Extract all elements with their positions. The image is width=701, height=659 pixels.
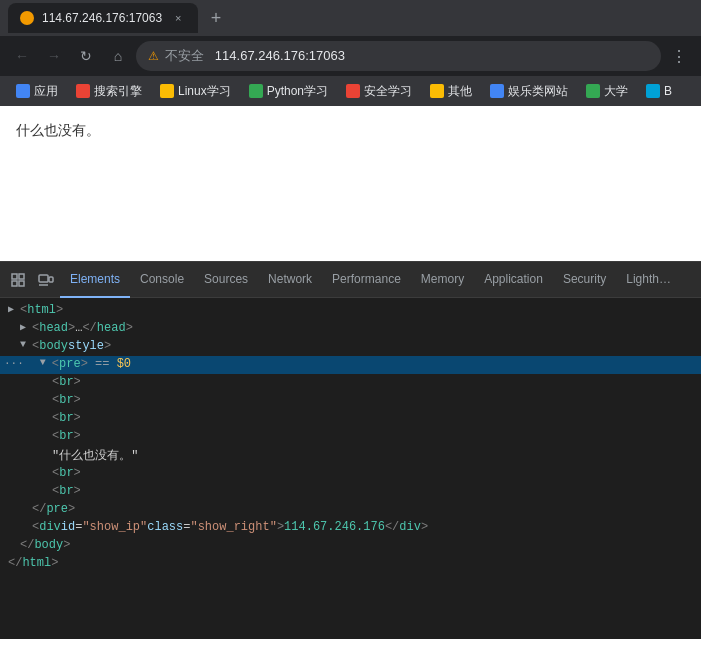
tab-close-button[interactable]: × [170,10,186,26]
forward-button[interactable]: → [40,42,68,70]
bookmark-bilibili[interactable]: B [638,79,680,103]
url-text: 不安全 114.67.246.176:17063 [165,47,345,65]
bookmark-entertainment[interactable]: 娱乐类网站 [482,79,576,103]
reload-button[interactable]: ↻ [72,42,100,70]
devtools-toolbar: Elements Console Sources Network Perform… [0,262,701,298]
browser-chrome: 114.67.246.176:17063 × + ← → ↻ ⌂ ⚠ 不安全 1… [0,0,701,106]
svg-rect-1 [19,274,24,279]
address-bar: ← → ↻ ⌂ ⚠ 不安全 114.67.246.176:17063 ⋮ [0,36,701,76]
bookmark-label-search: 搜索引擎 [94,83,142,100]
home-button[interactable]: ⌂ [104,42,132,70]
extensions-button[interactable]: ⋮ [665,42,693,70]
page-main-text: 什么也没有。 [16,122,100,140]
devtools-tab-performance[interactable]: Performance [322,262,411,298]
bookmark-label-apps: 应用 [34,83,58,100]
security-warning-icon: ⚠ [148,49,159,63]
dom-line-br6[interactable]: <br> [0,483,701,501]
bookmark-other[interactable]: 其他 [422,79,480,103]
home-icon: ⌂ [114,48,122,64]
back-button[interactable]: ← [8,42,36,70]
bookmark-icon-search [76,84,90,98]
tab-title: 114.67.246.176:17063 [42,11,162,25]
expand-icon-body: ▼ [20,339,32,350]
devtools-tab-memory[interactable]: Memory [411,262,474,298]
dom-line-br4[interactable]: <br> [0,428,701,446]
devtools-tab-sources[interactable]: Sources [194,262,258,298]
url-bar[interactable]: ⚠ 不安全 114.67.246.176:17063 [136,41,661,71]
bookmark-icon-university [586,84,600,98]
devtools-tab-console-label: Console [140,272,184,286]
url-host: 114.67.246.176 [215,48,305,63]
bookmark-apps[interactable]: 应用 [8,79,66,103]
expand-icon: ▶ [8,303,20,315]
devtools-tab-security[interactable]: Security [553,262,616,298]
bookmark-icon-apps [16,84,30,98]
devtools-tab-elements[interactable]: Elements [60,262,130,298]
svg-rect-0 [12,274,17,279]
new-tab-button[interactable]: + [202,4,230,32]
bookmark-label-other: 其他 [448,83,472,100]
bookmark-label-python: Python学习 [267,83,328,100]
bookmark-security[interactable]: 安全学习 [338,79,420,103]
devtools-tab-elements-label: Elements [70,272,120,286]
dom-line-text[interactable]: "什么也没有。" [0,446,701,465]
bookmarks-bar: 应用 搜索引擎 Linux学习 Python学习 安全学习 其他 娱乐类网站 [0,76,701,106]
devtools-tab-security-label: Security [563,272,606,286]
bookmark-label-security: 安全学习 [364,83,412,100]
svg-rect-5 [49,277,53,282]
dom-line-br3[interactable]: <br> [0,410,701,428]
back-icon: ← [15,48,29,64]
devtools-tab-sources-label: Sources [204,272,248,286]
dom-line-pre-close[interactable]: </pre> [0,501,701,519]
cursor-icon [10,272,26,288]
expand-icon-pre: ▼ [40,357,52,368]
devtools-tab-application[interactable]: Application [474,262,553,298]
bookmark-icon-bilibili [646,84,660,98]
tab-favicon [20,11,34,25]
bookmark-icon-python [249,84,263,98]
devtools-tab-performance-label: Performance [332,272,401,286]
bookmark-icon-entertainment [490,84,504,98]
browser-tab[interactable]: 114.67.246.176:17063 × [8,3,198,33]
devtools-tab-application-label: Application [484,272,543,286]
security-label: 不安全 [165,48,204,63]
reload-icon: ↻ [80,48,92,64]
svg-rect-3 [19,281,24,286]
bookmark-icon-security [346,84,360,98]
devtools-tab-network[interactable]: Network [258,262,322,298]
bookmark-linux[interactable]: Linux学习 [152,79,239,103]
dom-line-pre[interactable]: ··· ▼ <pre> == $0 [0,356,701,374]
forward-icon: → [47,48,61,64]
extensions-icon: ⋮ [671,47,687,66]
devtools-panel: Elements Console Sources Network Perform… [0,261,701,639]
dom-line-body-close[interactable]: </body> [0,537,701,555]
bookmark-search-engine[interactable]: 搜索引擎 [68,79,150,103]
tab-bar: 114.67.246.176:17063 × + [0,0,701,36]
svg-rect-4 [39,275,48,282]
dom-line-br2[interactable]: <br> [0,392,701,410]
bookmark-label-university: 大学 [604,83,628,100]
dom-line-br5[interactable]: <br> [0,465,701,483]
bookmark-python[interactable]: Python学习 [241,79,336,103]
dom-panel[interactable]: ▶ <html> ▶ <head>…</head> ▼ <body style>… [0,298,701,639]
expand-icon-head: ▶ [20,321,32,333]
device-toggle-button[interactable] [32,266,60,294]
dom-line-br1[interactable]: <br> [0,374,701,392]
devtools-tab-memory-label: Memory [421,272,464,286]
page-content: 什么也没有。 [0,106,701,261]
bookmark-icon-linux [160,84,174,98]
dom-line-body[interactable]: ▼ <body style> [0,338,701,356]
devtools-tab-lighthouse[interactable]: Lighth… [616,262,681,298]
bookmark-label-linux: Linux学习 [178,83,231,100]
devtools-tab-network-label: Network [268,272,312,286]
inspect-element-button[interactable] [4,266,32,294]
bookmark-icon-other [430,84,444,98]
bookmark-label-entertainment: 娱乐类网站 [508,83,568,100]
devtools-tab-console[interactable]: Console [130,262,194,298]
bookmark-university[interactable]: 大学 [578,79,636,103]
url-port: :17063 [305,48,345,63]
dom-line-head[interactable]: ▶ <head>…</head> [0,320,701,338]
dom-line-html[interactable]: ▶ <html> [0,302,701,320]
dom-line-html-close[interactable]: </html> [0,555,701,573]
dom-line-div[interactable]: <div id="show_ip" class="show_right">114… [0,519,701,537]
